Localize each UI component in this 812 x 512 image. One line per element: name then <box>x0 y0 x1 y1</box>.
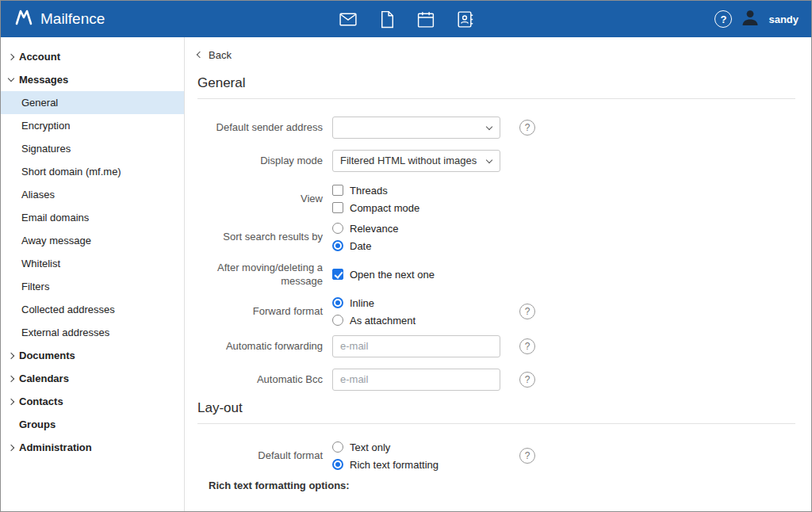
help-icon[interactable]: ? <box>519 120 535 136</box>
sidebar-item-signatures[interactable]: Signatures <box>1 137 184 160</box>
top-right-area: ? sandy <box>714 7 799 31</box>
compact-mode-checkbox-option[interactable]: Compact mode <box>332 202 500 214</box>
sidebar-item-label: Administration <box>19 441 92 453</box>
sidebar-item-whitelist[interactable]: Whitelist <box>1 252 184 275</box>
back-button[interactable]: Back <box>197 49 232 61</box>
sidebar-item-label: Messages <box>19 74 68 86</box>
sidebar-item-away-message[interactable]: Away message <box>1 229 184 252</box>
checkbox-unchecked-icon <box>332 202 343 213</box>
sidebar-item-label: Email domains <box>21 212 89 224</box>
help-icon[interactable]: ? <box>519 338 535 354</box>
relevance-radio-option[interactable]: Relevance <box>332 223 500 235</box>
mailfence-app: Mailfence ? sandy <box>0 0 812 512</box>
field-label: After moving/deleting a message <box>197 261 332 288</box>
section-heading-general: General <box>197 75 795 91</box>
field-label: Forward format <box>197 304 332 319</box>
option-label: Threads <box>350 185 388 197</box>
checkbox-checked-icon <box>332 269 343 280</box>
field-label: Display mode <box>197 154 332 168</box>
sidebar-item-administration[interactable]: Administration <box>1 436 184 459</box>
option-label: Text only <box>350 441 390 453</box>
inline-radio-option[interactable]: Inline <box>332 297 500 309</box>
open-next-checkbox-option[interactable]: Open the next one <box>332 269 500 281</box>
back-label: Back <box>209 49 232 61</box>
sidebar-item-filters[interactable]: Filters <box>1 275 184 298</box>
sidebar: Account Messages General Encryption Sign… <box>1 37 185 511</box>
row-forward-format: Forward format Inline As attachment ? <box>197 297 795 327</box>
sidebar-item-encryption[interactable]: Encryption <box>1 114 184 137</box>
avatar[interactable] <box>741 7 760 31</box>
help-icon[interactable]: ? <box>519 372 535 388</box>
row-display-mode: Display mode Filtered HTML without image… <box>197 150 795 172</box>
calendar-icon[interactable] <box>416 9 436 29</box>
radio-unchecked-icon <box>332 223 343 234</box>
sidebar-item-label: Away message <box>21 235 91 246</box>
sidebar-item-documents[interactable]: Documents <box>1 344 184 367</box>
chevron-down-icon <box>8 75 14 82</box>
sidebar-item-short-domain[interactable]: Short domain (mf.me) <box>1 160 184 183</box>
chevron-right-icon <box>8 352 14 358</box>
select-value: Filtered HTML without images <box>340 155 477 166</box>
option-label: Compact mode <box>350 202 419 214</box>
option-label: Inline <box>350 297 374 309</box>
threads-checkbox-option[interactable]: Threads <box>332 185 500 197</box>
chevron-right-icon <box>8 444 14 450</box>
option-label: Open the next one <box>350 269 435 281</box>
sidebar-item-calendars[interactable]: Calendars <box>1 367 184 390</box>
sidebar-item-label: Whitelist <box>21 258 60 269</box>
chevron-right-icon <box>8 53 14 59</box>
radio-unchecked-icon <box>332 441 343 453</box>
row-sort-search: Sort search results by Relevance Date <box>197 223 795 252</box>
help-icon[interactable]: ? <box>519 448 535 464</box>
section-heading-layout: Lay-out <box>197 400 795 416</box>
sidebar-item-aliases[interactable]: Aliases <box>1 183 184 206</box>
radio-checked-icon <box>332 297 343 308</box>
row-after-move: After moving/deleting a message Open the… <box>197 261 795 288</box>
rich-text-radio-option[interactable]: Rich text formatting <box>332 459 500 471</box>
mailfence-logo-icon <box>13 8 34 31</box>
chevron-down-icon <box>486 156 492 162</box>
sidebar-item-email-domains[interactable]: Email domains <box>1 206 184 229</box>
sidebar-item-label: Aliases <box>21 189 55 201</box>
option-label: As attachment <box>350 315 416 327</box>
rtf-options-label: Rich text formatting options: <box>209 480 795 491</box>
field-label: Default format <box>197 449 332 463</box>
as-attachment-radio-option[interactable]: As attachment <box>332 315 500 327</box>
field-label: Sort search results by <box>197 230 332 244</box>
sidebar-item-label: Collected addresses <box>21 304 115 315</box>
automatic-bcc-input[interactable] <box>332 369 500 391</box>
chevron-down-icon <box>486 123 492 129</box>
contacts-icon[interactable] <box>454 9 475 29</box>
checkbox-unchecked-icon <box>332 185 343 196</box>
field-label: Automatic forwarding <box>197 339 332 353</box>
main-nav <box>338 9 475 29</box>
sidebar-item-messages[interactable]: Messages <box>1 68 184 91</box>
sidebar-item-external-addresses[interactable]: External addresses <box>1 321 184 344</box>
date-radio-option[interactable]: Date <box>332 240 500 252</box>
documents-icon[interactable] <box>377 9 397 29</box>
row-default-format: Default format Text only Rich text forma… <box>197 441 795 471</box>
username[interactable]: sandy <box>768 13 799 25</box>
display-mode-select[interactable]: Filtered HTML without images <box>332 150 500 172</box>
brand[interactable]: Mailfence <box>13 8 105 31</box>
sidebar-item-account[interactable]: Account <box>1 45 184 68</box>
brand-name: Mailfence <box>40 10 105 28</box>
chevron-right-icon <box>8 398 14 404</box>
option-label: Relevance <box>350 223 398 235</box>
field-label: Automatic Bcc <box>197 373 332 387</box>
top-bar: Mailfence ? sandy <box>1 1 811 37</box>
help-icon[interactable]: ? <box>714 10 732 28</box>
sidebar-item-collected-addresses[interactable]: Collected addresses <box>1 298 184 321</box>
sidebar-item-general[interactable]: General <box>1 91 184 114</box>
mail-icon[interactable] <box>338 9 358 29</box>
sidebar-item-contacts[interactable]: Contacts <box>1 390 184 413</box>
row-view: View Threads Compact mode <box>197 185 795 214</box>
default-sender-select[interactable] <box>332 117 500 139</box>
help-icon[interactable]: ? <box>519 304 535 319</box>
sidebar-item-label: Filters <box>21 281 49 292</box>
automatic-forwarding-input[interactable] <box>332 335 500 357</box>
sidebar-item-label: Groups <box>19 418 56 430</box>
text-only-radio-option[interactable]: Text only <box>332 441 500 453</box>
radio-checked-icon <box>332 240 343 251</box>
sidebar-item-groups[interactable]: Groups <box>1 413 184 436</box>
